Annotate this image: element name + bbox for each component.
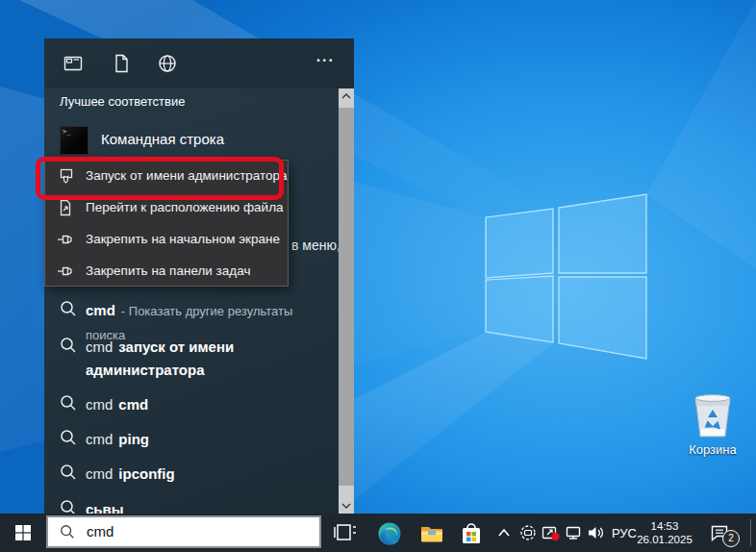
- suggestion-row[interactable]: cmdcmd: [44, 392, 333, 425]
- clock-date: 26.01.2025: [637, 533, 693, 546]
- menu-item-pin-to-taskbar[interactable]: Закрепить на панели задач: [45, 256, 288, 288]
- search-icon: [60, 499, 77, 514]
- scroll-down-icon[interactable]: [339, 498, 354, 514]
- clock-time: 14:53: [637, 519, 693, 533]
- file-explorer-button[interactable]: [419, 521, 444, 546]
- task-view-button[interactable]: [334, 522, 357, 543]
- notification-badge: 2: [722, 530, 740, 547]
- suggestion-row[interactable]: cmdping: [44, 427, 333, 460]
- pin-icon: [57, 263, 74, 280]
- clipped-panel-text: в меню,: [291, 238, 340, 253]
- recycle-bin-label: Корзина: [679, 442, 746, 457]
- search-input-value[interactable]: cmd: [87, 523, 113, 539]
- search-icon: [60, 394, 77, 412]
- language-indicator[interactable]: РУС: [608, 526, 641, 540]
- best-match-header: Лучшее соответствие: [60, 94, 185, 109]
- more-options-icon[interactable]: ...: [316, 48, 335, 65]
- scrollbar-thumb[interactable]: [339, 108, 354, 486]
- tray-capture-app-icon[interactable]: [519, 524, 537, 541]
- pin-icon: [57, 231, 74, 248]
- show-desktop-button[interactable]: [750, 519, 751, 546]
- file-location-icon: [57, 199, 74, 216]
- taskbar: cmd: [0, 514, 756, 552]
- network-tray-icon[interactable]: [565, 524, 582, 541]
- panel-scrollbar[interactable]: [339, 88, 354, 514]
- best-match-title: Командная строка: [101, 131, 224, 147]
- scroll-up-icon[interactable]: [339, 88, 354, 104]
- recycle-bin-icon: [691, 392, 735, 440]
- volume-tray-icon[interactable]: [587, 524, 606, 541]
- tray-overflow-chevron-icon[interactable]: [495, 524, 513, 541]
- suggestion-row[interactable]: cmdipconfig: [44, 462, 333, 494]
- suggestion-row[interactable]: cmdзапуск от имени администратора: [44, 335, 333, 390]
- windows-desktop: Корзина ... Лучшее соответствие >_ К: [0, 0, 756, 552]
- documents-filter-icon[interactable]: [112, 54, 131, 73]
- taskbar-search-box[interactable]: cmd: [46, 515, 321, 548]
- suggestion-row[interactable]: сьвы: [44, 497, 333, 514]
- search-icon: [60, 524, 75, 539]
- microsoft-store-button[interactable]: [459, 521, 484, 546]
- search-icon: [60, 337, 77, 354]
- recycle-bin-desktop-icon[interactable]: Корзина: [679, 390, 746, 462]
- web-filter-icon[interactable]: [158, 54, 177, 73]
- annotation-highlight-box: [36, 157, 284, 200]
- apps-filter-icon[interactable]: [63, 54, 83, 73]
- start-button[interactable]: [0, 514, 46, 552]
- tray-recorder-app-icon[interactable]: [542, 524, 561, 541]
- search-icon: [60, 300, 77, 317]
- edge-browser-button[interactable]: [377, 521, 402, 546]
- search-icon: [60, 429, 77, 446]
- suggestion-see-more[interactable]: cmd- Показать другие результаты поиска: [44, 298, 333, 331]
- menu-item-pin-to-start[interactable]: Закрепить на начальном экране: [45, 224, 288, 256]
- command-prompt-icon: >_: [60, 126, 88, 155]
- windows-start-icon: [15, 525, 31, 540]
- taskbar-clock[interactable]: 14:53 26.01.2025: [637, 519, 693, 546]
- search-filter-bar: ...: [44, 38, 354, 88]
- search-icon: [60, 464, 77, 481]
